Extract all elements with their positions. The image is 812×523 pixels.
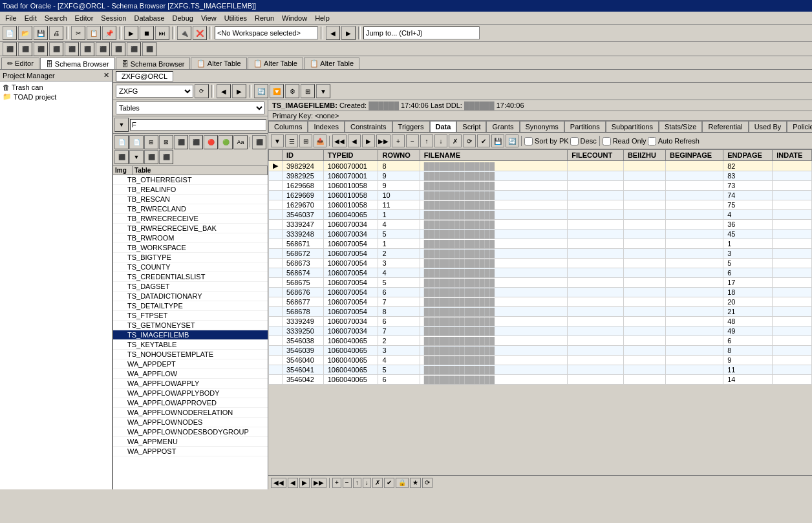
grid-data-row[interactable]: 56867110600700541██████████████1 xyxy=(269,239,812,249)
grid-cell[interactable]: 1060070034 xyxy=(323,229,378,239)
grid-cell[interactable]: 7 xyxy=(378,326,420,336)
grid-cell[interactable] xyxy=(623,239,665,249)
grid-cell[interactable] xyxy=(773,191,812,200)
dt-down[interactable]: ↓ xyxy=(434,134,447,147)
grid-cell[interactable]: ██████████████ xyxy=(420,278,567,288)
grid-cell[interactable]: 7 xyxy=(378,297,420,307)
grid-cell[interactable]: 568674 xyxy=(283,268,324,278)
grid-cell[interactable] xyxy=(568,375,624,385)
table-row[interactable]: WA_APPDEPT xyxy=(113,359,268,369)
grid-cell[interactable]: 1629670 xyxy=(283,200,324,210)
table-row[interactable]: WA_APPFLOWAPPLY xyxy=(113,379,268,389)
grid-data-row[interactable]: ▶398292410600700018██████████████82 xyxy=(269,161,812,171)
grid-cell[interactable] xyxy=(568,307,624,317)
col-marker[interactable] xyxy=(269,150,283,161)
nav-first[interactable]: ◀◀ xyxy=(271,478,286,488)
grid-cell[interactable] xyxy=(269,326,283,336)
grid-cell[interactable] xyxy=(568,365,624,375)
tl-tb4[interactable]: ⊠ xyxy=(159,135,173,149)
dt-cancel[interactable]: ✗ xyxy=(449,134,462,147)
grid-data-row[interactable]: 56867210600700542██████████████3 xyxy=(269,249,812,259)
table-row[interactable]: WA_APPFLOWAPPROVED xyxy=(113,398,268,408)
grid-cell[interactable] xyxy=(568,297,624,307)
grid-cell[interactable]: ██████████████ xyxy=(420,326,567,336)
grid-cell[interactable] xyxy=(269,191,283,200)
grid-cell[interactable] xyxy=(623,171,665,181)
grid-cell[interactable] xyxy=(568,171,624,181)
col-hdr-table[interactable]: Table xyxy=(133,166,268,175)
grid-cell[interactable]: 3546038 xyxy=(283,336,324,346)
tb2-8[interactable]: ⬛ xyxy=(111,42,125,56)
grid-cell[interactable] xyxy=(665,229,723,239)
dt-up[interactable]: ↑ xyxy=(420,134,433,147)
grid-cell[interactable] xyxy=(568,239,624,249)
tree-item-trash[interactable]: 🗑 Trash can xyxy=(1,83,111,92)
grid-cell[interactable]: 4 xyxy=(378,268,420,278)
menu-file[interactable]: File xyxy=(1,13,21,23)
grid-cell[interactable]: 2 xyxy=(378,249,420,259)
nav-star[interactable]: ★ xyxy=(410,478,421,488)
grid-cell[interactable] xyxy=(623,365,665,375)
tb-execute[interactable]: ▶ xyxy=(124,26,138,40)
table-row[interactable]: TS_NOHOUSETEMPLATE xyxy=(113,350,268,359)
table-row[interactable]: WA_APPMENU xyxy=(113,437,268,447)
grid-data-row[interactable]: 162966810600100589██████████████73 xyxy=(269,181,812,191)
menu-edit[interactable]: Edit xyxy=(21,13,41,23)
grid-data-row[interactable]: 1629670106001005811██████████████75 xyxy=(269,200,812,210)
grid-cell[interactable]: 3339250 xyxy=(283,326,324,336)
grid-cell[interactable]: 2 xyxy=(378,336,420,346)
dt-select[interactable]: ☰ xyxy=(285,134,298,147)
dt-refresh[interactable]: ⟳ xyxy=(463,134,476,147)
grid-data-row[interactable]: 56867810600700548██████████████21 xyxy=(269,307,812,317)
dt-prev[interactable]: ◀ xyxy=(348,134,361,147)
grid-cell[interactable] xyxy=(623,326,665,336)
grid-cell[interactable] xyxy=(568,229,624,239)
grid-cell[interactable] xyxy=(665,161,723,171)
tab-referential[interactable]: Referential xyxy=(702,121,748,132)
grid-cell[interactable] xyxy=(269,249,283,259)
nav-down[interactable]: ↓ xyxy=(363,478,371,488)
grid-cell[interactable]: 1629669 xyxy=(283,191,324,200)
grid-cell[interactable] xyxy=(623,181,665,191)
tb-nav2[interactable]: ▶ xyxy=(341,26,356,40)
grid-cell[interactable] xyxy=(773,288,812,297)
tb-schema-refresh[interactable]: ⟳ xyxy=(195,84,209,98)
grid-cell[interactable]: 568671 xyxy=(283,239,324,249)
grid-cell[interactable] xyxy=(568,220,624,229)
nav-add[interactable]: + xyxy=(332,478,341,488)
grid-cell[interactable] xyxy=(568,288,624,297)
grid-cell[interactable] xyxy=(269,268,283,278)
grid-cell[interactable]: 4 xyxy=(723,210,773,220)
grid-cell[interactable] xyxy=(568,249,624,259)
schema-select[interactable]: ZXFG xyxy=(116,85,193,98)
grid-cell[interactable] xyxy=(269,297,283,307)
tl-tb10[interactable]: ⬛ xyxy=(252,135,266,149)
table-row[interactable]: TS_FTPSET xyxy=(113,311,268,321)
grid-cell[interactable]: 17 xyxy=(723,278,773,288)
grid-cell[interactable] xyxy=(665,278,723,288)
grid-cell[interactable] xyxy=(623,268,665,278)
grid-cell[interactable] xyxy=(773,161,812,171)
grid-cell[interactable]: ██████████████ xyxy=(420,365,567,375)
grid-cell[interactable] xyxy=(773,229,812,239)
dt-export[interactable]: 📤 xyxy=(314,134,326,147)
tb-schema-next[interactable]: ▶ xyxy=(232,84,246,98)
tb-reload[interactable]: 🔄 xyxy=(254,84,268,98)
tab-usedby[interactable]: Used By xyxy=(749,121,787,132)
tab-subpartitions[interactable]: Subpartitions xyxy=(606,121,659,132)
grid-cell[interactable] xyxy=(623,336,665,346)
tab-triggers[interactable]: Triggers xyxy=(392,121,430,132)
table-row[interactable]: TS_COUNTY xyxy=(113,262,268,272)
grid-cell[interactable]: ██████████████ xyxy=(420,268,567,278)
grid-cell[interactable] xyxy=(773,210,812,220)
menu-debug[interactable]: Debug xyxy=(169,13,197,23)
tb2-4[interactable]: ⬛ xyxy=(49,42,63,56)
grid-cell[interactable]: 82 xyxy=(723,161,773,171)
nav-lock[interactable]: 🔒 xyxy=(396,478,409,488)
grid-cell[interactable]: 5 xyxy=(378,365,420,375)
grid-cell[interactable] xyxy=(665,356,723,365)
grid-cell[interactable] xyxy=(623,278,665,288)
grid-cell[interactable] xyxy=(665,326,723,336)
grid-cell[interactable] xyxy=(623,200,665,210)
grid-cell[interactable]: 3 xyxy=(723,249,773,259)
